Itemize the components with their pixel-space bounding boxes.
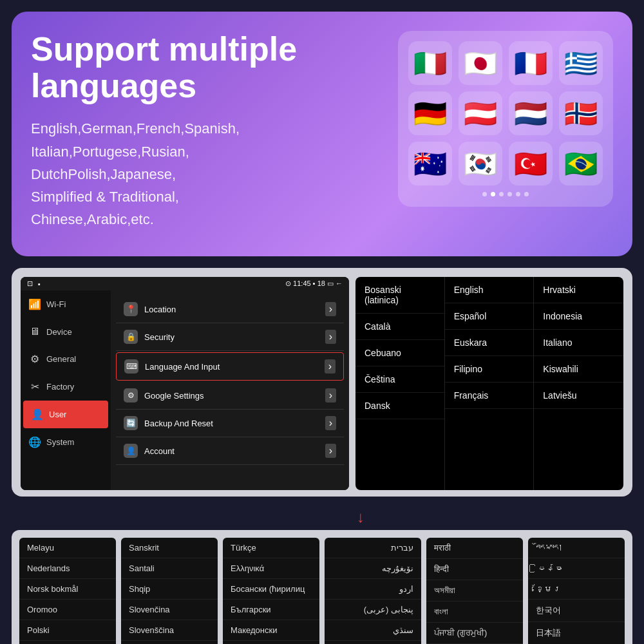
bli-turkce[interactable]: Türkçe: [223, 538, 319, 558]
sidebar-device-label: Device: [46, 327, 72, 337]
settings-security[interactable]: 🔒 Security ›: [116, 323, 344, 351]
bli-bosanski-cyr[interactable]: Босански (ћирилиц: [223, 579, 319, 600]
flag-australia: 🇦🇺: [408, 142, 452, 185]
lang-espanol[interactable]: Español: [445, 303, 534, 330]
lang-col-1: Bosanski (latinica) Català Cebuano Češti…: [355, 277, 445, 490]
bli-punjabi-gu[interactable]: ਪੰਜਾਬੀ (ਗੁਰਮੁਖੀ): [426, 623, 523, 644]
bli-bengali[interactable]: বাংলা: [426, 601, 523, 623]
bli-sanskrit[interactable]: Sanskrit: [121, 538, 218, 558]
bli-punjabi-ar[interactable]: پنجابی (عربی): [325, 600, 421, 620]
lang-latviesu[interactable]: Latviešu: [534, 383, 623, 409]
sidebar-device[interactable]: 🖥 Device: [21, 318, 111, 345]
lang-indonesia[interactable]: Indonesia: [534, 303, 623, 330]
status-time: ⊙ 11:45 ▪ 18 ▭ ←: [285, 279, 343, 288]
general-icon: ⚙: [28, 353, 41, 365]
lang-euskara[interactable]: Euskara: [445, 330, 534, 356]
lang-filipino[interactable]: Filipino: [445, 356, 534, 383]
lang-catala[interactable]: Català: [355, 314, 444, 340]
bli-sindhi[interactable]: سنڌي: [325, 620, 421, 641]
lang-bosanski[interactable]: Bosanski (latinica): [355, 277, 444, 314]
settings-google[interactable]: ⚙ Google Settings ›: [116, 382, 344, 410]
bli-shqip[interactable]: Shqip: [121, 579, 218, 600]
lang-english[interactable]: English: [445, 277, 534, 303]
dot-3: [499, 192, 504, 196]
settings-account[interactable]: 👤 Account ›: [116, 437, 344, 465]
bottom-col-2: Sanskrit Santali Shqip Slovenčina Sloven…: [121, 538, 218, 644]
bli-portugues[interactable]: Portugês: [19, 641, 116, 644]
language-icon: ⌨: [124, 359, 138, 374]
android-status-bar: ⊡ ▪ ⊙ 11:45 ▪ 18 ▭ ←: [21, 277, 349, 290]
bottom-col-1: Melayu Nederlands Norsk bokmål Oromoo Po…: [19, 538, 116, 644]
lang-dansk[interactable]: Dansk: [355, 393, 444, 419]
lang-cestina[interactable]: Čeština: [355, 366, 444, 393]
bli-balgarski[interactable]: Български: [223, 600, 319, 620]
sidebar-general[interactable]: ⚙ General: [21, 345, 111, 373]
bli-polski[interactable]: Polski: [19, 620, 116, 641]
settings-location-label: Location: [144, 305, 176, 314]
device-icon: 🖥: [28, 326, 41, 337]
bli-nederlands[interactable]: Nederlands: [19, 558, 116, 579]
sidebar-system-label: System: [46, 437, 74, 447]
notification-icon: ▪: [38, 280, 41, 288]
settings-backup-left: 🔄 Backup And Reset: [124, 416, 213, 430]
android-sidebar: 📶 Wi-Fi 🖥 Device ⚙ General ✂ Factory 👤: [21, 290, 111, 490]
bli-greek[interactable]: Ελληνικά: [223, 558, 319, 579]
settings-security-left: 🔒 Security: [124, 330, 175, 344]
sidebar-general-label: General: [46, 354, 76, 364]
bottom-lang-grid: Melayu Nederlands Norsk bokmål Oromoo Po…: [19, 538, 625, 644]
bli-oromoo[interactable]: Oromoo: [19, 600, 116, 620]
sidebar-wifi[interactable]: 📶 Wi-Fi: [21, 290, 111, 318]
location-arrow: ›: [325, 302, 336, 316]
account-arrow: ›: [325, 444, 336, 458]
backup-arrow: ›: [325, 416, 336, 430]
lang-francais[interactable]: Français: [445, 383, 534, 409]
settings-location[interactable]: 📍 Location ›: [116, 296, 344, 323]
google-arrow: ›: [325, 388, 336, 402]
lang-italiano[interactable]: Italiano: [534, 330, 623, 356]
wifi-icon: 📶: [28, 298, 41, 310]
bli-hindi[interactable]: हिन्दी: [426, 559, 523, 580]
lang-cebuano[interactable]: Cebuano: [355, 340, 444, 366]
lang-col-3: Hrvatski Indonesia Italiano Kiswahili La…: [534, 277, 623, 490]
sidebar-system[interactable]: 🌐 System: [21, 428, 111, 456]
bli-marathi[interactable]: मराठी: [426, 538, 523, 559]
settings-language[interactable]: ⌨ Language And Input ›: [116, 352, 344, 381]
settings-backup[interactable]: 🔄 Backup And Reset ›: [116, 410, 344, 437]
security-arrow: ›: [325, 330, 336, 344]
bli-slovencina[interactable]: Slovenčina: [121, 600, 218, 620]
bli-uyghur[interactable]: نۆيغۇرچە: [325, 558, 421, 579]
arrow-right-connector: →: [346, 374, 349, 393]
lang-hrvatski[interactable]: Hrvatski: [534, 277, 623, 303]
android-content: 📶 Wi-Fi 🖥 Device ⚙ General ✂ Factory 👤: [21, 290, 349, 490]
top-title: Support multiple languages: [31, 31, 385, 104]
bli-arabic[interactable]: العربية: [325, 641, 421, 644]
bli-khmer[interactable]: ខ្មែរ: [528, 579, 625, 600]
dot-2: [491, 192, 495, 196]
google-icon: ⚙: [124, 388, 138, 402]
bli-korean[interactable]: 한국어: [528, 600, 625, 622]
lang-kiswahili[interactable]: Kiswahili: [534, 356, 623, 383]
bottom-col-4: עברית نۆيغۇرچە اردو پنجابی (عربی) سنڌي ا…: [325, 538, 421, 644]
android-panel: ⊡ ▪ ⊙ 11:45 ▪ 18 ▭ ← 📶 Wi-Fi 🖥 Device ⚙ …: [21, 277, 349, 490]
bli-santali[interactable]: Santali: [121, 558, 218, 579]
sidebar-user[interactable]: 👤 User: [23, 401, 108, 428]
bli-norsk[interactable]: Norsk bokmål: [19, 579, 116, 600]
bli-tibetan[interactable]: བོད་སྐད།: [528, 538, 625, 558]
settings-backup-label: Backup And Reset: [144, 419, 213, 428]
bli-hebrew[interactable]: עברית: [325, 538, 421, 558]
lang-col-2: English Español Euskara Filipino Françai…: [445, 277, 535, 490]
user-icon: 👤: [31, 408, 44, 421]
flag-turkey: 🇹🇷: [509, 142, 553, 185]
account-icon: 👤: [124, 444, 138, 458]
bli-myanmar[interactable]: မြန်မာ: [528, 558, 625, 579]
bli-assamese[interactable]: অসমীয়া: [426, 580, 523, 601]
bli-urdu[interactable]: اردو: [325, 579, 421, 600]
bli-makedonski[interactable]: Македонски: [223, 620, 319, 641]
bli-slovenscina[interactable]: Slovenščina: [121, 620, 218, 641]
bli-melayu[interactable]: Melayu: [19, 538, 116, 558]
flag-japan: 🇯🇵: [459, 41, 502, 85]
sidebar-factory[interactable]: ✂ Factory: [21, 373, 111, 401]
android-main: 📍 Location › 🔒 Security › ⌨ Language A: [111, 290, 349, 490]
bli-japanese[interactable]: 日本語: [528, 622, 625, 644]
settings-account-label: Account: [144, 446, 175, 456]
